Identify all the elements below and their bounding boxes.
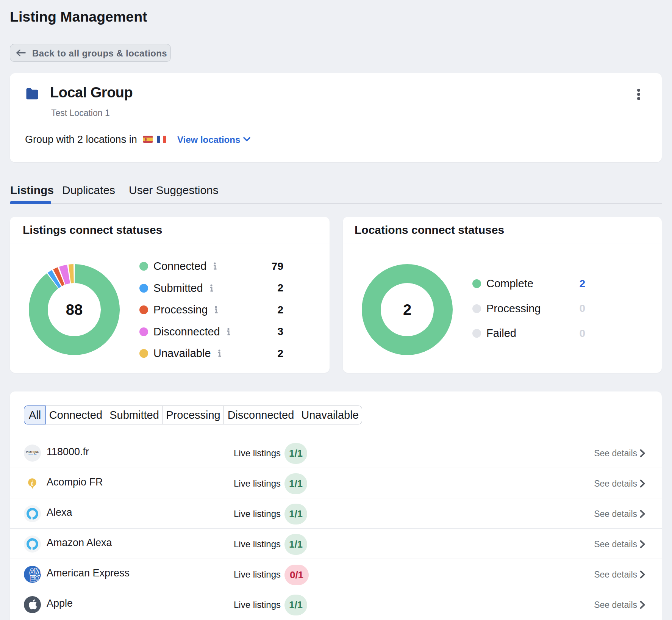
svg-text:EX: EX [30,574,40,582]
